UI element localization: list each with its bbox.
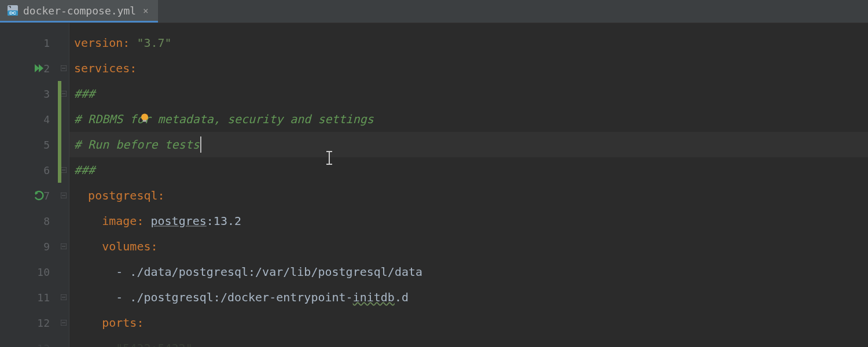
fold-end-icon[interactable] <box>60 294 67 301</box>
vcs-change-marker[interactable] <box>58 132 61 157</box>
vcs-change-marker[interactable] <box>58 81 61 106</box>
svg-rect-18 <box>143 120 146 122</box>
file-tab[interactable]: DC docker-compose.yml × <box>0 0 158 23</box>
code-line[interactable]: volumes: <box>69 234 868 259</box>
fold-collapse-icon[interactable] <box>60 192 67 199</box>
code-line[interactable]: ### <box>69 81 868 106</box>
fold-collapse-icon[interactable] <box>60 65 67 72</box>
close-tab-icon[interactable]: × <box>141 5 151 16</box>
text-caret <box>200 136 201 153</box>
code-line[interactable]: - ./data/postgresql:/var/lib/postgresql/… <box>69 259 868 285</box>
line-number[interactable]: 13 <box>0 335 58 347</box>
line-number[interactable]: 4 <box>0 106 58 132</box>
svg-text:DC: DC <box>9 10 16 16</box>
line-number-gutter: 1 2 3 4 5 6 7 8 9 10 11 12 13 <box>0 23 58 347</box>
tab-filename: docker-compose.yml <box>23 5 136 17</box>
line-number[interactable]: 1 <box>0 30 58 56</box>
tab-bar: DC docker-compose.yml × <box>0 0 868 23</box>
line-number[interactable]: 5 <box>0 132 58 157</box>
code-line[interactable]: ### <box>69 157 868 183</box>
code-line[interactable]: services: <box>69 56 868 81</box>
code-line[interactable]: ports: <box>69 310 868 335</box>
code-area[interactable]: version: "3.7" services: ### # RDBMS for… <box>69 23 868 347</box>
line-number[interactable]: 7 <box>0 183 58 208</box>
code-line[interactable]: postgresql: <box>69 183 868 208</box>
run-service-icon[interactable] <box>34 190 45 201</box>
fold-collapse-icon[interactable] <box>60 319 67 326</box>
line-number[interactable]: 3 <box>0 81 58 106</box>
line-number[interactable]: 6 <box>0 157 58 183</box>
code-line[interactable]: version: "3.7" <box>69 30 868 56</box>
code-line[interactable]: image: postgres:13.2 <box>69 208 868 234</box>
vcs-change-marker[interactable] <box>58 106 61 132</box>
line-number[interactable]: 12 <box>0 310 58 335</box>
line-number[interactable]: 9 <box>0 234 58 259</box>
fold-collapse-icon[interactable] <box>60 243 67 250</box>
code-line[interactable]: # RDBMS for metadata, security and setti… <box>69 106 868 132</box>
code-line-current[interactable]: # Run before tests <box>69 132 868 157</box>
vcs-change-marker[interactable] <box>58 157 61 183</box>
code-line[interactable]: - ./postgresql:/docker-entrypoint-initdb… <box>69 285 868 310</box>
line-number[interactable]: 10 <box>0 259 58 285</box>
line-number[interactable]: 2 <box>0 56 58 81</box>
svg-point-17 <box>141 114 148 121</box>
fold-gutter <box>58 23 69 347</box>
run-all-services-icon[interactable] <box>34 62 45 74</box>
code-line[interactable]: "5432:5432" <box>69 335 868 347</box>
line-number[interactable]: 8 <box>0 208 58 234</box>
docker-compose-file-icon: DC <box>7 5 19 16</box>
editor-area: 1 2 3 4 5 6 7 8 9 10 11 12 13 <box>0 23 868 347</box>
line-number[interactable]: 11 <box>0 285 58 310</box>
